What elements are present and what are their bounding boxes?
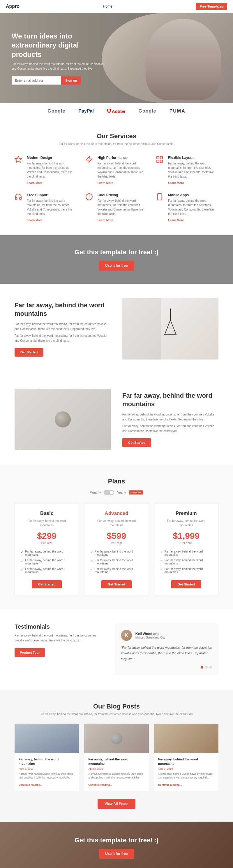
hero-email-input[interactable] <box>12 76 61 85</box>
feature-1-subtitle: Far far away, behind the word mountains,… <box>14 321 111 332</box>
testimonial-dot-2[interactable] <box>205 666 208 669</box>
service-5-desc: Far far away, behind the word mountains,… <box>98 198 148 216</box>
cool-pricing-icon <box>85 193 94 222</box>
adobe-icon <box>107 109 111 113</box>
services-title: Our Services <box>14 132 219 140</box>
toggle-monthly-label: Monthly <box>90 491 101 494</box>
plan-basic-name: Basic <box>21 510 73 516</box>
cta-2-button[interactable]: Use it for free <box>99 849 134 859</box>
blog-2-title: Far away, behind the word mountains <box>88 757 144 766</box>
testimonials-section: Testimonials Far far away, behind the wo… <box>0 609 233 689</box>
navbar-logo: Appro <box>6 4 20 9</box>
blog-card-1: Far away, behind the word mountains Apri… <box>14 724 79 791</box>
feature-1-button[interactable]: Get Started <box>14 348 43 356</box>
service-item-flexible-layout: Flexible Layout Far far away, behind the… <box>156 156 219 185</box>
plan-premium-button[interactable]: Get Started <box>171 580 201 588</box>
brand-adobe: Adobe <box>107 109 126 114</box>
brand-google-2: Google <box>139 108 157 114</box>
flexible-layout-icon <box>156 156 165 185</box>
cta-1-button[interactable]: Use it for free <box>99 261 134 271</box>
plan-basic-desc: Far far away, behind the word mountains <box>21 519 73 527</box>
feature-section-2: Far far away, behind the word mountains … <box>0 374 233 464</box>
feature-2-subtitle: Far far away, behind the word mountains,… <box>122 412 219 422</box>
plan-premium-period: Per Year <box>160 541 212 545</box>
service-6-learn-more[interactable]: Learn More <box>168 219 184 222</box>
feature-1-image <box>122 298 219 360</box>
plan-advanced-desc: Far far away, behind the word mountains <box>90 519 142 527</box>
service-4-desc: Far far away, behind the word mountains,… <box>27 198 77 216</box>
feature-2-title: Far far away, behind the word mountains <box>122 392 219 408</box>
service-3-learn-more[interactable]: Learn More <box>168 181 184 185</box>
brand-puma: PUMA <box>169 108 186 114</box>
navbar-links: Home <box>103 4 112 8</box>
billing-toggle[interactable] <box>104 490 114 495</box>
nav-home[interactable]: Home <box>103 4 112 8</box>
service-6-desc: Far far away, behind the word mountains,… <box>168 198 219 216</box>
brands-section: Google PayPal Adobe Google PUMA <box>0 103 233 119</box>
cta-banner-2: Get this template for free! :) Use it fo… <box>0 822 233 868</box>
service-2-learn-more[interactable]: Learn More <box>98 181 113 185</box>
service-5-learn-more[interactable]: Learn More <box>98 219 113 222</box>
feature-1-title: Far far away, behind the word mountains <box>14 301 111 318</box>
blog-2-image <box>84 724 148 753</box>
cta-1-title: Get this template for free! :) <box>12 248 221 256</box>
service-2-desc: Far far away, behind the word mountains,… <box>98 161 148 179</box>
blog-1-title: Far away, behind the word mountains <box>19 757 75 766</box>
testimonial-dot-1[interactable] <box>201 666 203 669</box>
hero-title: We turn ideas into extraordinary digital… <box>12 31 105 59</box>
plan-basic-features: ✓Far far away, behind the word mountains… <box>21 549 73 575</box>
author-name: Keli Woodland <box>135 632 165 636</box>
blog-2-date: April 3, 2018 <box>88 767 144 770</box>
lamp-illustration <box>162 308 179 349</box>
svg-marker-0 <box>15 156 22 162</box>
product-tour-button[interactable]: Product Tour <box>14 648 45 657</box>
service-2-title: High Performance <box>98 156 148 160</box>
blog-1-continue[interactable]: Continue reading... <box>19 783 42 786</box>
feature-2-button[interactable]: Get Started <box>122 438 151 447</box>
feature-2-image <box>14 389 111 450</box>
plans-title: Plans <box>14 477 219 485</box>
hero-section: We turn ideas into extraordinary digital… <box>0 13 233 103</box>
blog-3-continue[interactable]: Continue reading... <box>158 783 182 786</box>
plan-advanced-button[interactable]: Get Started <box>101 580 131 588</box>
author-avatar: K <box>121 630 132 641</box>
author-title: Market, Greenland City <box>135 636 165 639</box>
services-subtitle: Far far away, behind the word mountains,… <box>14 142 219 146</box>
blog-2-excerpt: A small river named Duden flows by their… <box>88 772 144 780</box>
blog-card-3: Far away, behind the word mountains Apri… <box>154 724 219 791</box>
testimonial-dot-3[interactable] <box>209 666 212 669</box>
service-4-learn-more[interactable]: Learn More <box>27 219 42 222</box>
blog-1-excerpt: A small river named Duden flows by their… <box>19 772 75 780</box>
blog-3-title: Far away, behind the word mountains <box>158 757 214 766</box>
navbar-cta-button[interactable]: Free Templates <box>196 3 227 10</box>
blog-card-2: Far away, behind the word mountains Apri… <box>84 724 148 791</box>
blog-title: Our Blog Posts <box>14 703 219 710</box>
modern-design-icon <box>14 156 23 185</box>
plan-advanced-features: ✓Far far away, behind the word mountains… <box>90 549 142 575</box>
blog-3-image <box>154 724 219 753</box>
testimonials-title: Testimonials <box>14 623 101 630</box>
service-item-free-support: Free Support Far far away, behind the wo… <box>14 193 77 222</box>
blog-2-continue[interactable]: Continue reading... <box>88 783 112 786</box>
service-item-high-performance: High Performance Far far away, behind th… <box>85 156 148 185</box>
hero-signup-button[interactable]: Sign up <box>61 76 81 85</box>
svg-rect-4 <box>160 160 163 162</box>
service-5-title: Cool Pricing <box>98 193 148 197</box>
plan-basic-period: Per Year <box>21 541 73 545</box>
high-performance-icon <box>85 156 94 185</box>
plan-advanced-name: Advanced <box>90 510 142 516</box>
plan-premium-price: $1,999 <box>160 531 212 541</box>
blog-1-image <box>14 724 79 753</box>
save-badge: Save 3% <box>129 490 143 495</box>
toggle-yearly-label: Yearly <box>117 491 126 494</box>
blog-section: Our Blog Posts Far far away, behind the … <box>0 689 233 822</box>
service-1-desc: Far far away, behind the word mountains,… <box>27 161 77 179</box>
plan-basic-button[interactable]: Get Started <box>32 580 62 588</box>
view-all-posts-button[interactable]: View All Posts <box>98 799 135 809</box>
svg-rect-3 <box>157 160 159 162</box>
services-section: Our Services Far far away, behind the wo… <box>0 119 233 235</box>
brand-paypal: PayPal <box>78 108 94 114</box>
feature-section-1: Far far away, behind the word mountains … <box>0 284 233 374</box>
service-1-learn-more[interactable]: Learn More <box>27 181 42 185</box>
svg-rect-2 <box>160 157 163 159</box>
